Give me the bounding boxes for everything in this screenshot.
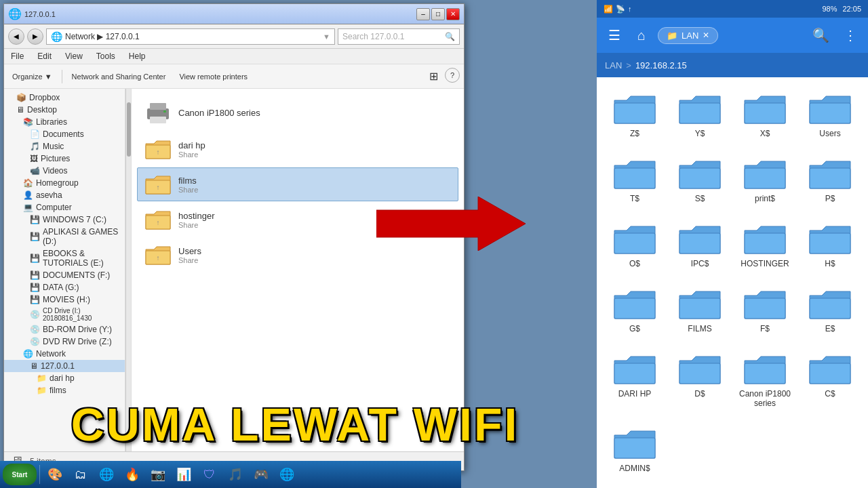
sidebar-item-documents[interactable]: 📄Documents (4, 128, 125, 140)
taskbar-firefox[interactable]: 🔥 (120, 464, 144, 485)
main-area: 📦Dropbox 🖥Desktop 📚Libraries 📄Documents … (4, 89, 464, 451)
mobile-search-icon[interactable]: 🔍 (810, 27, 831, 43)
network-sharing-button[interactable]: Network and Sharing Center (68, 70, 170, 83)
view-remote-button[interactable]: View remote printers (175, 70, 252, 83)
mobile-folder-ps[interactable]: P$ (797, 148, 863, 213)
taskbar-game[interactable]: 🎮 (249, 464, 273, 485)
help-button[interactable]: ? (445, 68, 460, 83)
taskbar-network[interactable]: 🌐 (275, 464, 299, 485)
address-path[interactable]: 🌐 Network ▶ 127.0.0.1 ▼ (46, 28, 335, 45)
mobile-folder-ipcs[interactable]: IPC$ (667, 213, 732, 278)
sidebar-item-asevha[interactable]: 👤asevha (4, 189, 125, 201)
folder-name-prints: print$ (755, 194, 775, 203)
sidebar-item-dropbox[interactable]: 📦Dropbox (4, 92, 125, 104)
sidebar-item-e[interactable]: 💾EBOOKS & TUTORIALS (E:) (4, 247, 125, 269)
file-item-users[interactable]: ↑ Users Share (137, 238, 458, 272)
mobile-folder-es[interactable]: E$ (797, 278, 863, 343)
taskbar-shield[interactable]: 🛡 (197, 464, 222, 485)
sidebar-item-pictures[interactable]: 🖼Pictures (4, 152, 125, 165)
mobile-folder-films[interactable]: FILMS (667, 278, 732, 343)
search-placeholder: Search 127.0.0.1 (342, 32, 404, 41)
mobile-folder-users[interactable]: Users (797, 83, 863, 148)
folder-name-ps: P$ (825, 194, 835, 203)
mobile-folder-hostinger[interactable]: HOSTINGER (732, 213, 797, 278)
sidebar-item-y[interactable]: 💿BD-ROM Drive (Y:) (4, 323, 125, 336)
folder-name-ds: D$ (694, 389, 705, 399)
sidebar-item-darihp[interactable]: 📁dari hp (4, 372, 125, 384)
sidebar-item-homegroup[interactable]: 🏠Homegroup (4, 177, 125, 189)
mobile-folder-admins[interactable]: ADMIN$ (602, 418, 667, 483)
taskbar-ie[interactable]: 🌐 (94, 464, 119, 485)
mobile-folder-ss[interactable]: S$ (667, 148, 732, 213)
mobile-home-icon[interactable]: ⌂ (631, 28, 652, 43)
menu-file[interactable]: File (8, 50, 26, 62)
file-item-canon[interactable]: Canon iP1800 series (137, 94, 458, 131)
sidebar-item-i[interactable]: 💿CD Drive (I:) 20180816_1430 (4, 306, 125, 323)
minimize-button[interactable]: – (416, 8, 430, 20)
sidebar-item-f[interactable]: 💾DOCUMENTS (F:) (4, 269, 125, 281)
close-button[interactable]: ✕ (446, 8, 460, 20)
file-item-hostinger[interactable]: ↑ hostinger Share (137, 203, 458, 237)
breadcrumb-lan[interactable]: LAN (605, 60, 622, 70)
sidebar-container: 📦Dropbox 🖥Desktop 📚Libraries 📄Documents … (4, 89, 132, 451)
back-button[interactable]: ◀ (8, 28, 24, 45)
sidebar-item-libraries[interactable]: 📚Libraries (4, 116, 125, 128)
menu-view[interactable]: View (62, 50, 85, 62)
sidebar-item-g[interactable]: 💾DATA (G:) (4, 281, 125, 293)
mobile-folder-os[interactable]: O$ (602, 213, 667, 278)
sidebar-item-127001[interactable]: 🖥127.0.0.1 (4, 360, 125, 372)
sidebar-item-music[interactable]: 🎵Music (4, 140, 125, 152)
sidebar-item-d[interactable]: 💾APLIKASI & GAMES (D:) (4, 226, 125, 247)
mobile-folder-gs[interactable]: G$ (602, 278, 667, 343)
mobile-folder-ys[interactable]: Y$ (667, 83, 732, 148)
taskbar-photoshop[interactable]: 🎨 (43, 464, 67, 485)
svg-rect-25 (614, 168, 655, 188)
sidebar-scrollbar-thumb[interactable] (127, 102, 131, 157)
file-sub-darihp: Share (178, 150, 205, 159)
mobile-folder-xs[interactable]: X$ (732, 83, 797, 148)
sidebar-item-films[interactable]: 📁films (4, 384, 125, 396)
sidebar-item-h[interactable]: 💾MOVIES (H:) (4, 293, 125, 306)
mobile-folder-ds[interactable]: D$ (667, 343, 732, 418)
taskbar-excel[interactable]: 📊 (172, 464, 196, 485)
folder-name-ss: S$ (695, 194, 705, 203)
mobile-folder-prints[interactable]: print$ (732, 148, 797, 213)
organize-button[interactable]: Organize ▼ (8, 70, 56, 83)
maximize-button[interactable]: □ (431, 8, 445, 20)
search-box[interactable]: Search 127.0.0.1 🔍 (338, 28, 460, 45)
taskbar-media[interactable]: 🎵 (223, 464, 248, 485)
breadcrumb-path[interactable]: 192.168.2.15 (635, 60, 687, 70)
lan-close-icon[interactable]: ✕ (703, 30, 709, 40)
menu-help[interactable]: Help (126, 50, 149, 62)
taskbar-explorer[interactable]: 🗂 (68, 464, 93, 485)
mobile-folder-hs[interactable]: H$ (797, 213, 863, 278)
file-info-darihp: dari hp Share (178, 140, 205, 159)
file-item-darihp[interactable]: ↑ dari hp Share (137, 132, 458, 166)
sidebar-item-computer[interactable]: 💻Computer (4, 201, 125, 214)
sidebar-item-c[interactable]: 💾WINDOWS 7 (C:) (4, 214, 125, 226)
mobile-folder-ts[interactable]: T$ (602, 148, 667, 213)
mobile-more-icon[interactable]: ⋮ (840, 27, 861, 43)
mobile-folder-canon[interactable]: Canon iP1800 series (732, 343, 797, 418)
mobile-right-status: 98% 22:05 (822, 5, 861, 13)
mobile-lan-tab[interactable]: 📁 LAN ✕ (658, 27, 718, 44)
sidebar-item-z[interactable]: 💿DVD RW Drive (Z:) (4, 336, 125, 348)
mobile-folder-zs[interactable]: Z$ (602, 83, 667, 148)
menu-tools[interactable]: Tools (94, 50, 118, 62)
file-item-films[interactable]: ↑ films Share (137, 167, 458, 201)
mobile-folder-fs[interactable]: F$ (732, 278, 797, 343)
start-button[interactable]: Start (3, 464, 37, 485)
share-folder-icon-films: ↑ (144, 172, 172, 197)
view-icon-button[interactable]: ⊞ (425, 68, 442, 85)
mobile-folder-cs[interactable]: C$ (797, 343, 863, 418)
mobile-menu-icon[interactable]: ☰ (604, 27, 625, 43)
sidebar-item-network[interactable]: 🌐Network (4, 348, 125, 360)
taskbar-camera[interactable]: 📷 (146, 464, 170, 485)
mobile-folder-darihp[interactable]: DARI HP (602, 343, 667, 418)
sidebar-scrollbar[interactable] (125, 89, 131, 451)
forward-button[interactable]: ▶ (27, 28, 43, 45)
sidebar-item-desktop[interactable]: 🖥Desktop (4, 104, 125, 116)
menu-edit[interactable]: Edit (35, 50, 54, 62)
sidebar-item-videos[interactable]: 📹Videos (4, 165, 125, 177)
svg-rect-35 (679, 233, 720, 253)
